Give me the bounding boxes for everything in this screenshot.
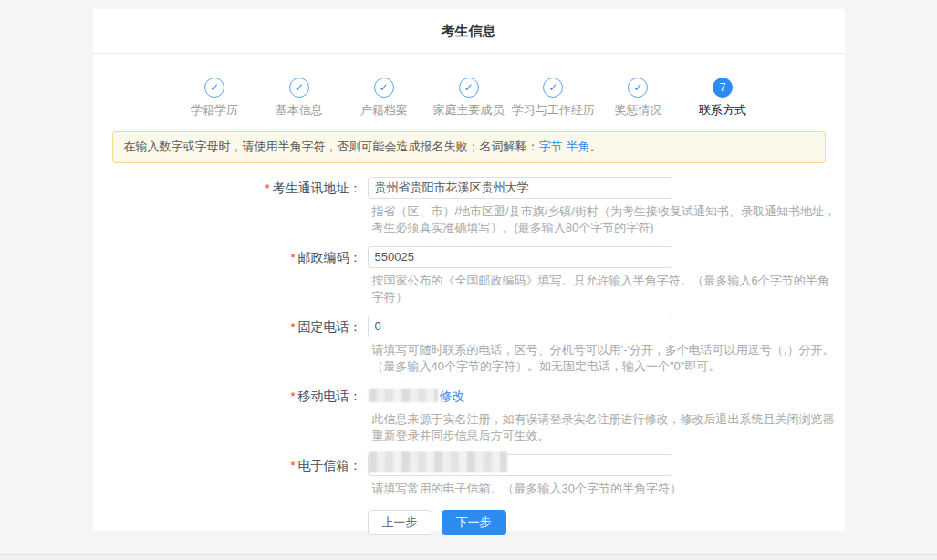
required-asterisk: *	[265, 181, 269, 195]
field-help: 按国家公布的《全国邮政编码》填写。只允许输入半角字符。（最多输入6个字节的半角字…	[368, 273, 838, 306]
form-row-postcode: *邮政编码： 按国家公布的《全国邮政编码》填写。只允许输入半角字符。（最多输入6…	[93, 246, 845, 306]
step-item-contact-info: 7 联系方式	[681, 78, 765, 119]
field-help: 请填写可随时联系的电话，区号、分机号可以用'-'分开，多个电话可以用逗号（,）分…	[368, 342, 838, 375]
panel-header: 考生信息	[93, 9, 845, 54]
field-label-wrap: *固定电话：	[93, 316, 362, 375]
footer-divider	[0, 554, 937, 560]
check-glyph: ✓	[463, 82, 473, 93]
check-glyph: ✓	[380, 82, 389, 93]
form-row-email: *电子信箱： 请填写常用的电子信箱。（最多输入30个字节的半角字符）	[93, 454, 845, 497]
field-label: 考生通讯地址：	[273, 181, 362, 195]
required-asterisk: *	[290, 320, 295, 334]
check-glyph: ✓	[295, 82, 304, 93]
field-help: 指省（区、市）/地市区盟/县市旗/乡镇/街村（为考生接收复试通知书、录取通知书地…	[368, 203, 838, 236]
check-icon: ✓	[289, 78, 309, 98]
required-asterisk: *	[290, 459, 295, 472]
required-asterisk: *	[290, 251, 295, 264]
check-glyph: ✓	[548, 82, 557, 93]
field-label: 移动电话：	[298, 389, 362, 403]
notice-text: 在输入数字或字母时，请使用半角字符，否则可能会造成报名失败；名词解释：	[124, 140, 539, 153]
postcode-input[interactable]	[368, 246, 672, 268]
check-icon: ✓	[204, 78, 224, 98]
contact-form: *考生通讯地址： 指省（区、市）/地市区盟/县市旗/乡镇/街村（为考生接收复试通…	[93, 177, 845, 535]
step-item-family-members: ✓ 家庭主要成员	[426, 78, 511, 119]
notice-suffix: 。	[590, 140, 602, 153]
field-label-wrap: *移动电话：	[93, 385, 362, 444]
check-icon: ✓	[543, 78, 563, 98]
redacted-email-value	[369, 451, 507, 472]
required-asterisk: *	[290, 389, 295, 403]
byte-definition-link[interactable]: 字节	[539, 140, 563, 153]
prev-step-button[interactable]: 上一步	[368, 510, 432, 535]
next-step-button[interactable]: 下一步	[442, 510, 506, 535]
field-label: 固定电话：	[298, 319, 362, 334]
form-row-mobile: *移动电话： 修改 此信息来源于实名注册，如有误请登录实名注册进行修改，修改后退…	[93, 385, 845, 444]
field-label: 邮政编码：	[298, 250, 362, 264]
field-control: 指省（区、市）/地市区盟/县市旗/乡镇/街村（为考生接收复试通知书、录取通知书地…	[368, 177, 838, 236]
address-input[interactable]	[368, 177, 672, 199]
step-label: 学籍学历	[172, 102, 257, 119]
field-control: 请填写可随时联系的电话，区号、分机号可以用'-'分开，多个电话可以用逗号（,）分…	[368, 316, 838, 375]
step-item-basic-info: ✓ 基本信息	[256, 78, 341, 119]
step-item-household-archive: ✓ 户籍档案	[341, 78, 426, 119]
field-label-wrap: *邮政编码：	[93, 246, 362, 306]
edit-mobile-link[interactable]: 修改	[440, 388, 465, 402]
form-row-address: *考生通讯地址： 指省（区、市）/地市区盟/县市旗/乡镇/街村（为考生接收复试通…	[93, 177, 845, 236]
check-icon: ✓	[459, 78, 479, 98]
page-background: { "page": { "title": "考生信息", "accent_col…	[0, 0, 937, 560]
field-control: 请填写常用的电子信箱。（最多输入30个字节的半角字符）	[368, 454, 682, 497]
check-glyph: ✓	[210, 82, 219, 93]
step-label: 家庭主要成员	[426, 102, 511, 119]
form-row-landline: *固定电话： 请填写可随时联系的电话，区号、分机号可以用'-'分开，多个电话可以…	[93, 316, 845, 375]
step-label: 奖惩情况	[596, 102, 681, 119]
notice-banner: 在输入数字或字母时，请使用半角字符，否则可能会造成报名失败；名词解释：字节半角。	[112, 131, 826, 163]
mobile-value-line: 修改	[368, 385, 838, 407]
step-progress-bar: ✓ 学籍学历 ✓ 基本信息 ✓ 户籍档案 ✓ 家庭主要成员 ✓ 学习与工作经历 …	[172, 54, 765, 119]
redacted-mobile-value	[369, 389, 438, 402]
step-label: 户籍档案	[341, 102, 426, 119]
form-actions: 上一步 下一步	[368, 510, 845, 535]
field-label-wrap: *电子信箱：	[93, 454, 362, 497]
candidate-info-panel: 考生信息 ✓ 学籍学历 ✓ 基本信息 ✓ 户籍档案 ✓ 家庭主要成员 ✓ 学习与…	[93, 9, 845, 531]
field-help: 请填写常用的电子信箱。（最多输入30个字节的半角字符）	[368, 481, 682, 497]
field-help: 此信息来源于实名注册，如有误请登录实名注册进行修改，修改后退出系统且关闭浏览器重…	[368, 411, 838, 444]
page-title: 考生信息	[442, 23, 496, 40]
halfwidth-definition-link[interactable]: 半角	[567, 140, 590, 153]
field-control: 修改 此信息来源于实名注册，如有误请登录实名注册进行修改，修改后退出系统且关闭浏…	[368, 385, 838, 444]
step-item-school-record: ✓ 学籍学历	[172, 78, 257, 119]
landline-input[interactable]	[368, 316, 672, 337]
field-control: 按国家公布的《全国邮政编码》填写。只允许输入半角字符。（最多输入6个字节的半角字…	[368, 246, 838, 306]
check-glyph: ✓	[633, 82, 642, 93]
step-item-rewards-punishments: ✓ 奖惩情况	[596, 78, 681, 119]
check-icon: ✓	[628, 78, 648, 98]
step-label: 学习与工作经历	[511, 102, 596, 119]
step-label: 基本信息	[256, 102, 341, 119]
step-number: 7	[720, 82, 726, 93]
email-input-wrap	[368, 454, 672, 476]
step-number-icon: 7	[713, 78, 733, 98]
step-item-study-work-history: ✓ 学习与工作经历	[511, 78, 596, 119]
field-label: 电子信箱：	[298, 458, 362, 472]
field-label-wrap: *考生通讯地址：	[93, 177, 362, 236]
check-icon: ✓	[374, 78, 394, 98]
step-label: 联系方式	[681, 102, 765, 119]
